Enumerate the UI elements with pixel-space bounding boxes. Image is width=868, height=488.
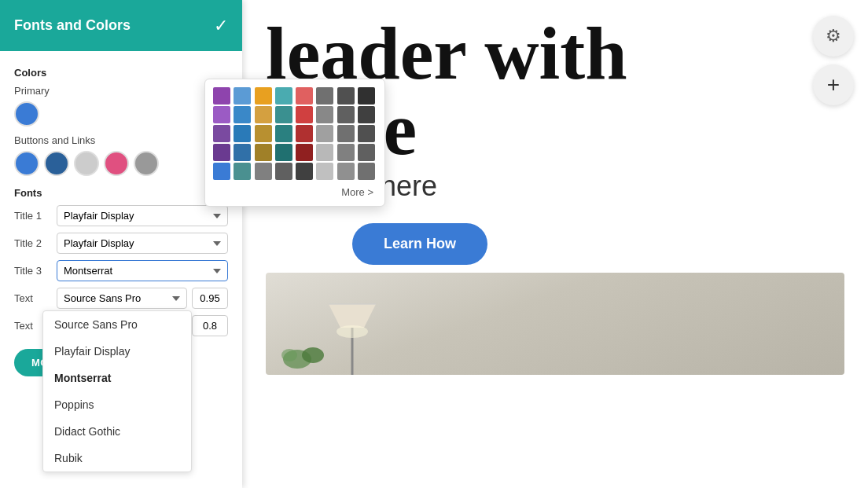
color-swatch-1[interactable] — [14, 151, 39, 176]
svg-point-2 — [281, 349, 297, 361]
color-swatch-3[interactable] — [74, 151, 99, 176]
text1-size-input[interactable] — [192, 288, 228, 309]
title1-font-select[interactable]: Playfair Display — [57, 205, 228, 226]
color-cell[interactable] — [337, 163, 355, 180]
color-cell[interactable] — [234, 87, 251, 105]
color-cell[interactable] — [234, 106, 251, 123]
color-cell[interactable] — [213, 125, 230, 142]
font-row-title3: Title 3 Montserrat — [14, 260, 228, 281]
color-cell[interactable] — [316, 163, 333, 180]
image-placeholder — [266, 273, 844, 375]
text1-font-select[interactable]: Source Sans Pro — [57, 288, 187, 309]
title3-font-select[interactable]: Montserrat — [57, 260, 228, 281]
color-cell[interactable] — [358, 106, 375, 123]
dropdown-item-source-sans-pro[interactable]: Source Sans Pro — [43, 311, 191, 338]
title2-label: Title 2 — [14, 237, 52, 249]
svg-point-1 — [302, 347, 324, 363]
color-cell[interactable] — [234, 125, 251, 142]
title2-font-select[interactable]: Playfair Display — [57, 233, 228, 254]
svg-point-6 — [337, 325, 368, 338]
confirm-check-icon[interactable]: ✓ — [214, 16, 228, 36]
color-cell[interactable] — [213, 144, 230, 161]
color-cell[interactable] — [296, 163, 313, 180]
color-cell[interactable] — [296, 87, 313, 105]
color-picker-popup: More > — [204, 79, 385, 207]
color-cell[interactable] — [337, 144, 355, 161]
dropdown-item-rubik[interactable]: Rubik — [43, 445, 191, 471]
color-cell[interactable] — [358, 125, 375, 142]
dropdown-item-poppins[interactable]: Poppins — [43, 391, 191, 418]
main-content: leader with nage r subtitle here Learn H… — [242, 0, 868, 488]
color-cell[interactable] — [255, 106, 272, 123]
buttons-links-label: Buttons and Links — [14, 134, 228, 146]
color-cell[interactable] — [275, 125, 292, 142]
color-cell[interactable] — [275, 87, 292, 105]
color-cell[interactable] — [337, 125, 355, 142]
dropdown-item-montserrat[interactable]: Montserrat — [43, 365, 191, 391]
add-button[interactable]: + — [813, 64, 854, 105]
color-cell[interactable] — [337, 106, 355, 123]
font-row-text1: Text Source Sans Pro — [14, 288, 228, 309]
color-cell[interactable] — [316, 125, 333, 142]
more-colors-link[interactable]: More > — [213, 186, 377, 198]
right-actions: ⚙ + — [813, 16, 854, 105]
color-cell[interactable] — [296, 106, 313, 123]
sidebar: Fonts and Colors ✓ Colors Primary Button… — [0, 0, 242, 488]
title3-label: Title 3 — [14, 265, 52, 277]
color-cell[interactable] — [213, 87, 230, 105]
svg-marker-4 — [329, 304, 376, 328]
text2-size-input[interactable] — [192, 315, 228, 336]
lamp-illustration — [274, 273, 431, 375]
learn-how-button[interactable]: Learn How — [352, 223, 487, 265]
plus-icon: + — [827, 72, 840, 97]
settings-button[interactable]: ⚙ — [813, 16, 854, 57]
color-cell[interactable] — [213, 163, 230, 180]
color-cell[interactable] — [316, 106, 333, 123]
primary-color-label: Primary — [14, 85, 228, 97]
color-cell[interactable] — [296, 144, 313, 161]
color-swatches-row — [14, 151, 228, 176]
color-cell[interactable] — [234, 163, 251, 180]
font-row-title1: Title 1 Playfair Display — [14, 205, 228, 226]
color-cell[interactable] — [275, 144, 292, 161]
dropdown-item-playfair-display[interactable]: Playfair Display — [43, 338, 191, 365]
color-cell[interactable] — [255, 87, 272, 105]
settings-icon: ⚙ — [826, 26, 841, 46]
color-grid — [213, 87, 377, 180]
color-cell[interactable] — [316, 87, 333, 105]
color-cell[interactable] — [275, 106, 292, 123]
colors-section-label: Colors — [14, 67, 228, 79]
color-cell[interactable] — [358, 163, 375, 180]
sidebar-header: Fonts and Colors ✓ — [0, 0, 242, 51]
text1-label: Text — [14, 292, 52, 304]
font-row-title2: Title 2 Playfair Display — [14, 233, 228, 254]
primary-color-row — [14, 101, 228, 127]
color-cell[interactable] — [296, 125, 313, 142]
color-cell[interactable] — [275, 163, 292, 180]
color-swatch-5[interactable] — [134, 151, 159, 176]
color-cell[interactable] — [358, 87, 375, 105]
color-cell[interactable] — [213, 106, 230, 123]
color-cell[interactable] — [234, 144, 251, 161]
color-cell[interactable] — [255, 144, 272, 161]
dropdown-item-didact-gothic[interactable]: Didact Gothic — [43, 418, 191, 445]
color-cell[interactable] — [316, 144, 333, 161]
primary-color-swatch[interactable] — [14, 101, 39, 127]
font-dropdown-list: Source Sans Pro Playfair Display Montser… — [42, 310, 192, 472]
color-cell[interactable] — [255, 125, 272, 142]
color-swatch-2[interactable] — [44, 151, 69, 176]
color-cell[interactable] — [358, 144, 375, 161]
color-swatch-4[interactable] — [104, 151, 129, 176]
fonts-section-label: Fonts — [14, 187, 228, 199]
sidebar-title: Fonts and Colors — [14, 17, 131, 34]
color-cell[interactable] — [255, 163, 272, 180]
title1-label: Title 1 — [14, 210, 52, 222]
color-cell[interactable] — [337, 87, 355, 105]
